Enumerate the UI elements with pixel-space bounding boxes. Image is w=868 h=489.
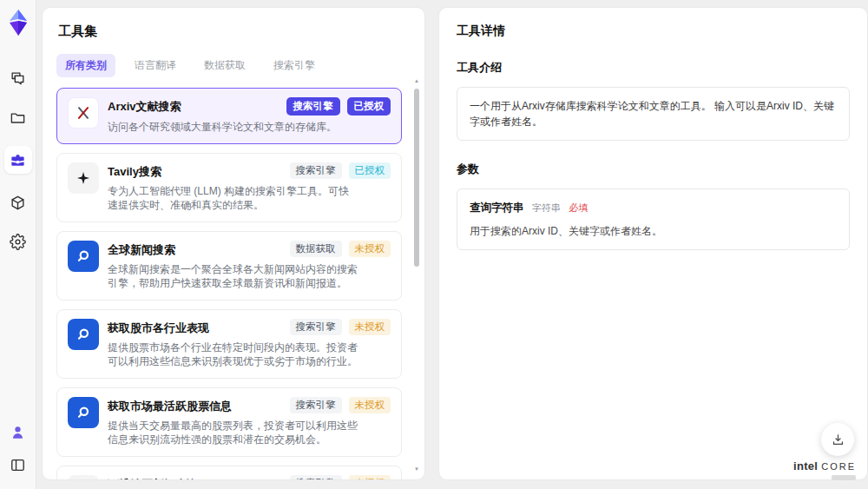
auth-badge: 未授权 [349,319,391,335]
settings-gear-icon[interactable] [8,231,29,252]
download-icon [831,433,845,447]
building-news-icon [68,475,99,481]
tool-description: 专为人工智能代理 (LLM) 构建的搜索引擎工具。可快速提供实时、准确和真实的结… [108,184,358,213]
category-badge: 搜索引擎 [290,319,342,335]
search-app-icon [68,397,99,428]
toolbox-icon[interactable] [4,146,32,174]
tool-name: 全球新闻搜索 [108,241,283,258]
scrollbar-thumb[interactable] [414,89,419,267]
folder-icon[interactable] [8,107,29,128]
param-header: 查询字符串 字符串 必填 [470,200,837,215]
tool-description: 访问各个研究领域大量科学论文和文章的存储库。 [108,120,358,135]
page-title: 工具集 [58,23,412,40]
tab-all-categories[interactable]: 所有类别 [56,54,115,77]
category-badge: 数据获取 [290,241,342,257]
tab-search-engine[interactable]: 搜索引擎 [265,54,324,77]
intel-wordmark: intel [793,459,818,472]
intro-heading: 工具介绍 [457,60,850,76]
category-badge: 搜索引擎 [290,162,342,179]
tool-card-sector-performance[interactable]: 获取股市各行业表现 搜索引擎 未授权 提供股票市场各个行业在特定时间段内的表现。… [56,309,402,379]
tool-description: 提供当天交易量最高的股票列表，投资者可以利用这些信息来识别流动性强的股票和潜在的… [108,419,358,447]
tool-detail-panel: 工具详情 工具介绍 一个用于从Arxiv存储库搜索科学论文和文章的工具。 输入可… [438,7,868,480]
package-icon[interactable] [8,192,29,213]
tool-card-region-news[interactable]: 万维地区新闻查询 搜索引擎 未授权 查询具体行政区划内的新闻，快速了解各地新闻动 [56,466,402,481]
intro-box: 一个用于从Arxiv存储库搜索科学论文和文章的工具。 输入可以是Arxiv ID… [457,87,850,141]
panel-toggle-icon[interactable] [8,454,29,475]
tavily-sparkle-icon [68,162,99,194]
tab-data-acquisition[interactable]: 数据获取 [195,54,254,77]
param-type: 字符串 [532,202,561,213]
category-tabs: 所有类别 语言翻译 数据获取 搜索引擎 [56,54,412,77]
arxiv-logo-icon [68,97,99,129]
tool-description: 提供股票市场各个行业在特定时间段内的表现。投资者可以利用这些信息来识别表现优于或… [108,340,358,369]
param-required-badge: 必填 [569,202,588,213]
auth-badge: 未授权 [349,241,391,257]
auth-badge: 未授权 [349,397,391,413]
app-sidebar [0,0,36,489]
param-name: 查询字符串 [470,202,524,214]
tool-list-panel: 工具集 所有类别 语言翻译 数据获取 搜索引擎 Arxiv文献搜索 搜索引擎 已… [42,7,425,480]
chat-icon[interactable] [8,68,29,89]
category-badge: 搜索引擎 [286,97,340,116]
tool-card-arxiv[interactable]: Arxiv文献搜索 搜索引擎 已授权 访问各个研究领域大量科学论文和文章的存储库… [56,88,402,144]
auth-badge: 未授权 [349,475,391,481]
scrollbar-down-icon[interactable]: ▼ [414,466,419,472]
sidebar-bottom [8,421,29,475]
detail-title: 工具详情 [457,23,850,39]
category-badge: 搜索引擎 [290,397,342,413]
app-logo-icon [6,9,30,36]
param-box: 查询字符串 字符串 必填 用于搜索的Arxiv ID、关键字或作者姓名。 [457,188,850,250]
core-wordmark: CORE [821,461,856,472]
list-scrollbar[interactable]: ▲ ▼ [411,77,422,472]
tool-name: 获取股市各行业表现 [108,319,283,336]
tool-name: Arxiv文献搜索 [108,97,279,115]
tool-card-most-active-stocks[interactable]: 获取市场最活跃股票信息 搜索引擎 未授权 提供当天交易量最高的股票列表，投资者可… [56,387,402,457]
param-description: 用于搜索的Arxiv ID、关键字或作者姓名。 [470,223,837,239]
tool-name: 获取市场最活跃股票信息 [108,397,283,414]
tool-list: Arxiv文献搜索 搜索引擎 已授权 访问各个研究领域大量科学论文和文章的存储库… [56,88,412,480]
search-app-icon [68,241,99,272]
user-avatar-icon[interactable] [8,421,29,442]
category-badge: 搜索引擎 [290,475,342,481]
tool-card-tavily[interactable]: Tavily搜索 搜索引擎 已授权 专为人工智能代理 (LLM) 构建的搜索引擎… [56,153,402,222]
auth-badge: 已授权 [347,97,391,116]
search-app-icon [68,319,99,350]
download-button[interactable] [821,423,854,456]
intel-core-logo: intel CORE [793,459,856,480]
intel-core-sublabel [832,475,856,480]
params-heading: 参数 [457,162,850,177]
tool-description: 全球新闻搜索是一个聚合全球各大新闻网站内容的搜索引擎，帮助用户快速获取全球最新资… [108,262,358,291]
scrollbar-up-icon[interactable]: ▲ [414,77,419,84]
sidebar-nav [4,68,32,252]
intro-text: 一个用于从Arxiv存储库搜索科学论文和文章的工具。 输入可以是Arxiv ID… [470,100,834,128]
tool-card-global-news[interactable]: 全球新闻搜索 数据获取 未授权 全球新闻搜索是一个聚合全球各大新闻网站内容的搜索… [56,231,402,301]
tool-name: Tavily搜索 [108,162,283,180]
tool-name: 万维地区新闻查询 [108,475,283,481]
auth-badge: 已授权 [349,162,391,179]
tab-language-translation[interactable]: 语言翻译 [126,54,185,77]
